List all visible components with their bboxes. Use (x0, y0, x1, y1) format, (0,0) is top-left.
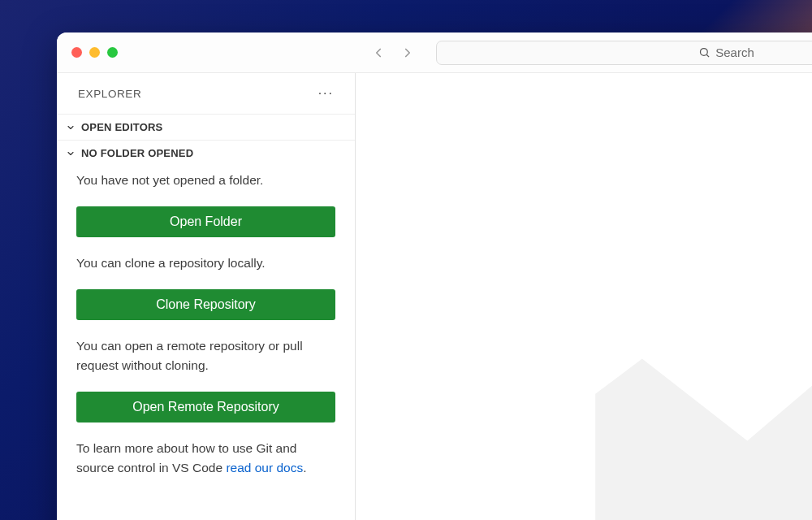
open-editors-section-header[interactable]: OPEN EDITORS (57, 114, 355, 140)
sidebar-more-button[interactable]: ··· (315, 84, 337, 103)
no-folder-panel: You have not yet opened a folder. Open F… (57, 166, 355, 494)
editor-area (356, 73, 812, 520)
clone-message: You can clone a repository locally. (76, 254, 335, 273)
titlebar: Search (57, 32, 812, 73)
nav-back-button[interactable] (369, 44, 387, 62)
chevron-down-icon (65, 148, 76, 159)
minimize-window-button[interactable] (89, 47, 100, 58)
nav-arrows (369, 44, 417, 62)
no-folder-section-header[interactable]: NO FOLDER OPENED (57, 140, 355, 166)
chevron-down-icon (65, 122, 76, 133)
zoom-window-button[interactable] (107, 47, 118, 58)
search-wrap: Search (436, 41, 812, 65)
arrow-left-icon (371, 46, 386, 60)
open-remote-repository-button[interactable]: Open Remote Repository (76, 392, 335, 422)
no-folder-label: NO FOLDER OPENED (81, 147, 193, 159)
close-window-button[interactable] (71, 47, 82, 58)
open-folder-button[interactable]: Open Folder (76, 206, 335, 237)
read-our-docs-link[interactable]: read our docs (226, 461, 303, 474)
window-body: EXPLORER ··· OPEN EDITORS NO FOLDER OPEN… (57, 73, 812, 520)
window-controls (71, 47, 118, 58)
nav-forward-button[interactable] (399, 44, 417, 62)
search-icon (698, 46, 710, 58)
arrow-right-icon (400, 46, 415, 60)
sidebar-header: EXPLORER ··· (57, 73, 355, 114)
svg-point-0 (701, 49, 708, 56)
docs-suffix: . (303, 461, 306, 474)
command-center-search[interactable]: Search (436, 41, 812, 65)
search-placeholder: Search (715, 46, 754, 59)
no-folder-message: You have not yet opened a folder. (76, 171, 335, 190)
sidebar-title: EXPLORER (78, 88, 141, 100)
clone-repository-button[interactable]: Clone Repository (76, 289, 335, 320)
explorer-sidebar: EXPLORER ··· OPEN EDITORS NO FOLDER OPEN… (57, 73, 356, 520)
app-window: Search EXPLORER ··· OPEN EDITORS NO FOLD… (57, 32, 812, 520)
remote-message: You can open a remote repository or pull… (76, 336, 335, 375)
open-editors-label: OPEN EDITORS (81, 121, 162, 133)
docs-message: To learn more about how to use Git and s… (76, 439, 335, 478)
vscode-watermark-icon (560, 195, 812, 520)
